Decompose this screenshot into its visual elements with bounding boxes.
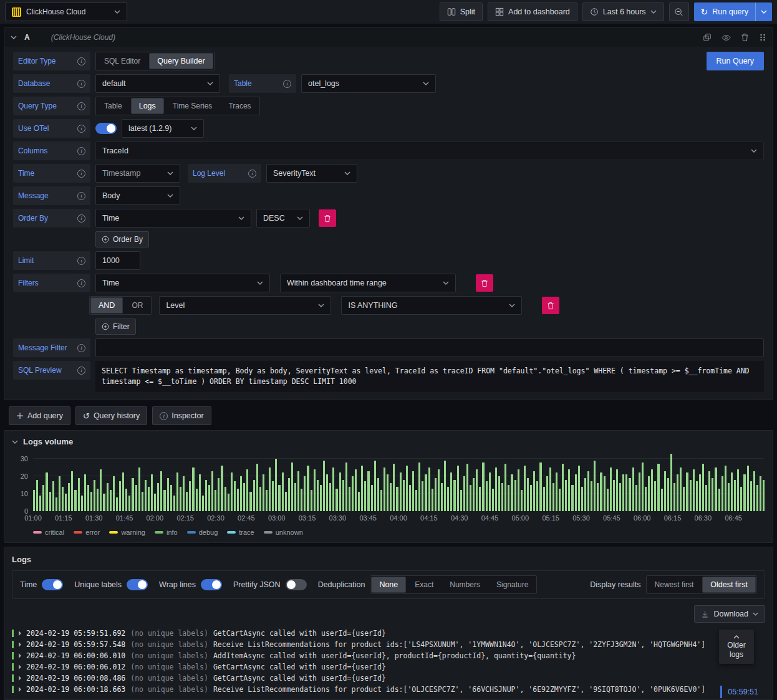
- collapse-chevron-icon[interactable]: [11, 36, 17, 39]
- zoom-out-button[interactable]: [669, 2, 689, 21]
- editor-type-sql[interactable]: SQL Editor: [97, 53, 148, 69]
- limit-input[interactable]: [95, 251, 140, 270]
- columns-select[interactable]: TraceId: [95, 141, 764, 160]
- info-icon[interactable]: i: [77, 214, 85, 223]
- display-newest-first[interactable]: Newest first: [647, 577, 702, 593]
- editor-type-builder[interactable]: Query Builder: [149, 53, 213, 69]
- log-row[interactable]: 2024-02-19 06:00:06.012(no unique labels…: [12, 661, 765, 673]
- legend-item-unknown[interactable]: unknown: [264, 529, 303, 536]
- query-type-table[interactable]: Table: [97, 98, 130, 114]
- remove-filter-button[interactable]: [476, 274, 493, 292]
- remove-order-by-button[interactable]: [319, 209, 336, 227]
- logs-volume-chart: 0102030: [33, 459, 764, 511]
- info-icon[interactable]: i: [77, 192, 85, 200]
- run-query-dropdown[interactable]: [755, 2, 772, 21]
- datasource-picker[interactable]: ClickHouse Cloud: [5, 2, 127, 21]
- volume-bar: [160, 471, 162, 511]
- legend-item-warning[interactable]: warning: [109, 529, 145, 536]
- filter-bool-or[interactable]: OR: [124, 297, 150, 314]
- legend-item-info[interactable]: info: [155, 529, 178, 536]
- time-column-select[interactable]: Timestamp: [95, 164, 180, 183]
- legend-item-critical[interactable]: critical: [33, 529, 64, 536]
- expand-chevron-icon: [19, 676, 21, 681]
- unique-labels-toggle[interactable]: [127, 579, 148, 590]
- duplicate-icon[interactable]: [703, 33, 712, 42]
- add-filter-button[interactable]: Filter: [95, 319, 136, 335]
- query-history-button[interactable]: ↺ Query history: [75, 406, 147, 425]
- message-column-select[interactable]: Body: [95, 186, 180, 205]
- info-icon[interactable]: i: [77, 102, 85, 110]
- legend-item-error[interactable]: error: [74, 529, 100, 536]
- info-icon[interactable]: i: [77, 344, 85, 352]
- filter-field-select[interactable]: Time: [95, 274, 270, 292]
- database-select[interactable]: default: [95, 74, 220, 93]
- log-level-bar: [12, 686, 14, 693]
- log-row[interactable]: 2024-02-19 06:00:18.663(no unique labels…: [12, 684, 765, 695]
- info-icon[interactable]: i: [77, 257, 85, 265]
- add-order-by-button[interactable]: Order By: [95, 231, 149, 247]
- log-row[interactable]: 2024-02-19 06:00:06.010(no unique labels…: [12, 650, 765, 661]
- volume-bar: [240, 476, 242, 511]
- volume-bar: [498, 476, 500, 511]
- info-icon[interactable]: i: [77, 170, 85, 178]
- volume-bar: [97, 489, 99, 511]
- filter-bool-and[interactable]: AND: [90, 297, 123, 314]
- older-logs-button[interactable]: Older logs: [719, 630, 754, 664]
- info-icon[interactable]: i: [283, 80, 291, 88]
- eye-icon[interactable]: [722, 34, 731, 42]
- info-icon[interactable]: i: [77, 80, 85, 88]
- download-button[interactable]: Download: [694, 605, 765, 623]
- filter-operator-select[interactable]: Within dashboard time range: [280, 274, 456, 292]
- time-toggle[interactable]: [42, 579, 63, 590]
- log-level-select[interactable]: SeverityText: [266, 164, 357, 183]
- time-label: Timei: [13, 164, 90, 183]
- drag-handle-icon[interactable]: [759, 34, 766, 41]
- chevron-down-icon: [114, 10, 120, 14]
- time-range-picker[interactable]: Last 6 hours: [582, 2, 664, 21]
- inspector-button[interactable]: i Inspector: [152, 406, 211, 425]
- query-type-logs[interactable]: Logs: [131, 98, 164, 114]
- info-icon[interactable]: i: [248, 170, 256, 178]
- order-by-direction-select[interactable]: DESC: [256, 209, 310, 228]
- query-type-timeseries[interactable]: Time Series: [165, 98, 220, 114]
- filter2-field-select[interactable]: Level: [159, 296, 331, 315]
- volume-bar: [444, 461, 446, 511]
- use-otel-toggle[interactable]: [95, 123, 117, 134]
- filter-bool-group: AND OR: [89, 296, 152, 315]
- info-icon[interactable]: i: [77, 367, 85, 375]
- scroll-time-indicator[interactable]: 05:59:51: [720, 686, 764, 698]
- trash-icon[interactable]: [741, 33, 749, 42]
- collapse-chevron-icon[interactable]: [12, 440, 18, 444]
- run-query-button[interactable]: ↻ Run query: [694, 2, 755, 21]
- log-row[interactable]: 2024-02-19 05:59:57.548(no unique labels…: [12, 639, 765, 650]
- legend-item-trace[interactable]: trace: [227, 529, 254, 536]
- volume-bar: [42, 485, 44, 511]
- info-icon[interactable]: i: [77, 125, 85, 133]
- table-select[interactable]: otel_logs: [301, 74, 436, 93]
- volume-bar: [311, 490, 312, 511]
- add-to-dashboard-button[interactable]: Add to dashboard: [488, 2, 577, 21]
- dedup-none[interactable]: None: [371, 577, 406, 593]
- dedup-numbers[interactable]: Numbers: [442, 577, 488, 593]
- legend-item-debug[interactable]: debug: [187, 529, 218, 536]
- display-oldest-first[interactable]: Oldest first: [702, 577, 756, 593]
- otel-version-select[interactable]: latest (1.2.9): [122, 119, 204, 138]
- split-button[interactable]: Split: [440, 2, 483, 21]
- log-row[interactable]: 2024-02-19 06:00:08.486(no unique labels…: [12, 673, 765, 684]
- info-icon[interactable]: i: [77, 147, 85, 155]
- dedup-signature[interactable]: Signature: [489, 577, 536, 593]
- filter2-operator-select[interactable]: IS ANYTHING: [341, 296, 522, 315]
- remove-filter2-button[interactable]: [542, 297, 559, 314]
- info-icon[interactable]: i: [77, 279, 85, 287]
- info-icon[interactable]: i: [77, 57, 85, 65]
- log-row[interactable]: 2024-02-19 05:59:51.692(no unique labels…: [12, 628, 765, 639]
- query-type-traces[interactable]: Traces: [221, 98, 258, 114]
- prettify-json-toggle[interactable]: [286, 579, 307, 590]
- dedup-exact[interactable]: Exact: [407, 577, 441, 593]
- order-by-field-select[interactable]: Time: [95, 209, 251, 228]
- add-query-button[interactable]: Add query: [9, 406, 70, 425]
- message-filter-input[interactable]: [95, 338, 764, 357]
- wrap-lines-toggle[interactable]: [201, 579, 222, 590]
- volume-bar: [470, 485, 471, 511]
- panel-run-query-button[interactable]: Run Query: [707, 52, 764, 70]
